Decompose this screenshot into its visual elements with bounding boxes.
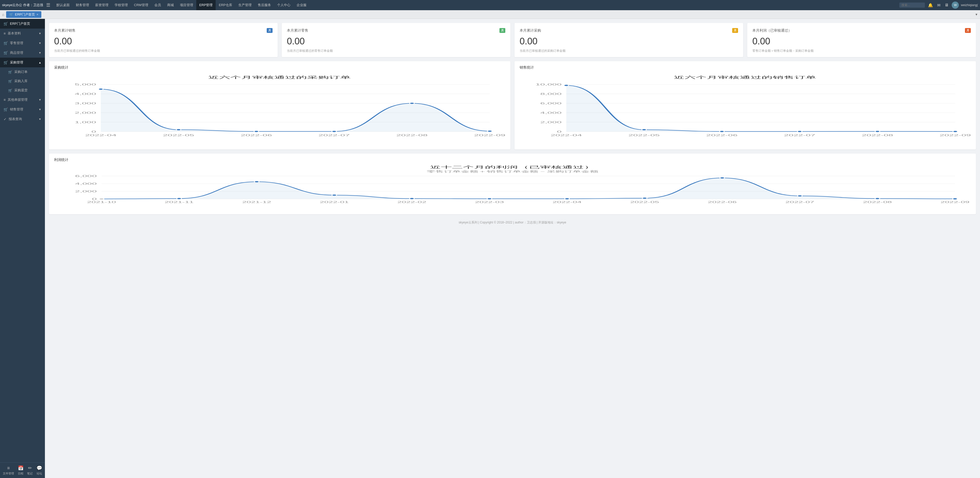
svg-text:2,000: 2,000	[540, 121, 562, 124]
svg-point-72	[99, 198, 104, 200]
nav-item-默认桌面[interactable]: 默认桌面	[53, 0, 73, 10]
profit-section-title: 利润统计	[54, 158, 971, 162]
svg-text:4,000: 4,000	[75, 182, 97, 185]
sidebar-bottom-btn-论坛[interactable]: 💬论坛	[37, 465, 42, 475]
svg-text:2022-05: 2022-05	[630, 201, 659, 203]
nav-item-ERP仓库[interactable]: ERP仓库	[216, 0, 235, 10]
sidebar-item-label: 零售管理	[10, 41, 37, 45]
nav-item-项目管理[interactable]: 项目管理	[177, 0, 196, 10]
sidebar-bottom-btn-文件管理[interactable]: ≡文件管理	[3, 465, 14, 475]
nav-item-售后服务[interactable]: 售后服务	[255, 0, 274, 10]
svg-point-46	[719, 130, 724, 132]
profit-chart-card: 利润统计 近十二个月的利润（已审核通过）零售订单金额＋销售订单金额－采购订单金额…	[49, 154, 976, 214]
sidebar-arrow-icon: ▼	[38, 98, 41, 101]
sidebar-item[interactable]: ✓报表查询▼	[0, 114, 45, 124]
purchase-section-title: 采购统计	[54, 65, 505, 70]
sidebar-bottom-btn-笔记[interactable]: ✏笔记	[27, 465, 33, 475]
svg-text:0: 0	[92, 197, 97, 200]
sidebar-item[interactable]: 🛒ERP门户首页	[0, 19, 45, 29]
svg-point-76	[410, 198, 414, 200]
sidebar-icon: ≡	[3, 32, 6, 35]
nav-item-企业服[interactable]: 企业服	[293, 0, 310, 10]
sidebar-icon: 🛒	[8, 79, 12, 83]
sidebar-item-label: 报表查询	[9, 117, 37, 121]
svg-point-49	[953, 130, 958, 132]
nav-item-个人中心[interactable]: 个人中心	[274, 0, 293, 10]
monitor-icon[interactable]: 🖥	[943, 3, 950, 7]
svg-text:2022-07: 2022-07	[784, 133, 815, 137]
notification-icon[interactable]: 🔔	[927, 3, 934, 8]
sidebar-item-label: 基本资料	[8, 31, 37, 36]
sidebar-sub-item[interactable]: 🛒采购退货	[0, 86, 45, 95]
sidebar-item[interactable]: 🛒零售管理▼	[0, 38, 45, 48]
stat-card-header: 本月累计零售 月	[287, 28, 505, 33]
nav-item-学校管理[interactable]: 学校管理	[111, 0, 131, 10]
sidebar-sub-label: 采购订单	[14, 70, 27, 74]
sidebar-sub-item[interactable]: 🛒采购入库	[0, 76, 45, 86]
svg-text:2022-07: 2022-07	[318, 133, 350, 137]
nav-item-CRM管理[interactable]: CRM管理	[131, 0, 151, 10]
stat-value: 0.00	[54, 36, 272, 47]
home-icon[interactable]: ⌂	[2, 13, 4, 17]
svg-text:2022-04: 2022-04	[85, 133, 116, 137]
profit-chart-container: 近十二个月的利润（已审核通过）零售订单金额＋销售订单金额－采购订单金额02,00…	[54, 163, 971, 209]
sidebar-sub-item[interactable]: 🛒采购订单	[0, 67, 45, 76]
svg-point-77	[487, 198, 492, 200]
stat-card-title: 本月累计零售	[287, 28, 308, 33]
nav-right: 🔔 ✉ 🖥 W weizhiqiang(	[899, 2, 978, 9]
stat-card-1: 本月累计零售 月 0.00 当前月已审核通过的零售订单金额	[282, 23, 511, 57]
sidebar-bottom-icon: ✏	[28, 465, 32, 471]
username-label[interactable]: weizhiqiang(	[961, 3, 978, 7]
tab-close-button[interactable]: ×	[37, 13, 38, 16]
sidebar-item[interactable]: 🛒销售管理▼	[0, 105, 45, 114]
sidebar-bottom-btn-日程[interactable]: 📅日程	[18, 465, 24, 475]
svg-point-24	[487, 130, 492, 132]
svg-text:2,000: 2,000	[75, 190, 97, 193]
avatar[interactable]: W	[952, 2, 959, 9]
sidebar-item[interactable]: 🛒采购管理▲	[0, 58, 45, 67]
nav-item-生产管理[interactable]: 生产管理	[235, 0, 255, 10]
sidebar-bottom-icon: ≡	[7, 465, 10, 471]
stat-badge: 月	[267, 28, 272, 33]
sidebar-icon: 🛒	[3, 60, 8, 65]
nav-item-财务管理[interactable]: 财务管理	[73, 0, 92, 10]
sidebar-bottom-icon: 📅	[18, 465, 24, 471]
nav-item-商城[interactable]: 商城	[164, 0, 177, 10]
sidebar-item[interactable]: ≡其他单据管理▼	[0, 95, 45, 105]
nav-item-薪资管理[interactable]: 薪资管理	[92, 0, 111, 10]
svg-point-23	[410, 103, 414, 104]
svg-point-19	[99, 89, 103, 90]
stat-badge: 月	[732, 28, 738, 33]
sidebar-item[interactable]: 🛒商品管理▼	[0, 48, 45, 58]
sidebar-icon: ≡	[3, 98, 6, 102]
search-input[interactable]	[899, 3, 925, 8]
svg-text:4,000: 4,000	[540, 111, 562, 114]
stat-desc: 零售订单金额＋销售订单金额－采购订单金额	[752, 49, 971, 53]
sidebar-arrow-icon: ▲	[38, 61, 41, 64]
sidebar-icon: 🛒	[3, 22, 8, 26]
svg-text:8,000: 8,000	[540, 92, 562, 95]
erp-home-tab[interactable]: 🛒 ERP门户首页 ×	[6, 11, 41, 18]
svg-text:2021-10: 2021-10	[87, 201, 116, 203]
svg-point-21	[254, 130, 259, 132]
stat-cards: 本月累计销售 月 0.00 当前月已审核通过的销售订单金额 本月累计零售 月 0…	[49, 23, 976, 57]
svg-point-73	[177, 198, 182, 200]
sidebar-item[interactable]: ≡基本资料▼	[0, 29, 45, 38]
sidebar-icon: 🛒	[3, 107, 8, 111]
sidebar-item-label: ERP门户首页	[10, 21, 39, 26]
nav-item-会员[interactable]: 会员	[151, 0, 164, 10]
purchase-chart-card: 采购统计 近六个月审核通过的采购订单01,0002,0003,0004,0005…	[49, 61, 511, 149]
stat-card-header: 本月利润（已审核通过） 月	[752, 28, 971, 33]
nav-item-ERP管理[interactable]: ERP管理	[196, 0, 216, 10]
content: 本月累计销售 月 0.00 当前月已审核通过的销售订单金额 本月累计零售 月 0…	[45, 19, 980, 478]
svg-text:2022-08: 2022-08	[396, 133, 428, 137]
svg-point-45	[642, 129, 646, 130]
sidebar-icon: 🛒	[3, 41, 8, 45]
mail-icon[interactable]: ✉	[936, 3, 942, 8]
tab-dropdown-arrow[interactable]: ▼	[975, 13, 978, 16]
stat-card-title: 本月累计销售	[54, 28, 76, 33]
svg-text:2022-02: 2022-02	[397, 201, 426, 203]
svg-text:1,000: 1,000	[75, 121, 96, 124]
hamburger-icon[interactable]: ☰	[46, 2, 50, 8]
stat-value: 0.00	[520, 36, 738, 47]
